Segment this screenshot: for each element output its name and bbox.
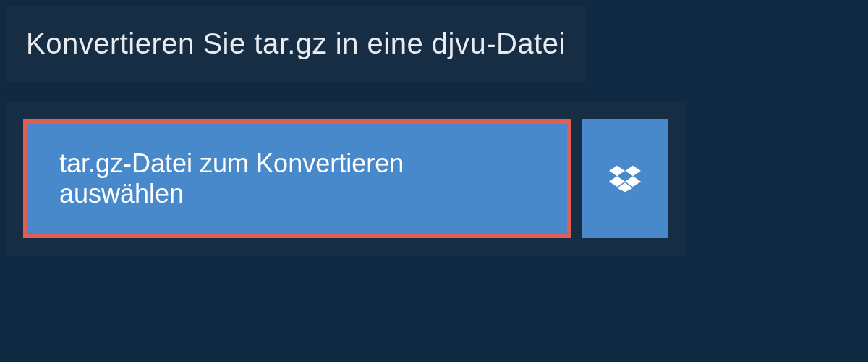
upload-container: tar.gz-Datei zum Konvertieren auswählen bbox=[6, 102, 686, 256]
select-file-button-label: tar.gz-Datei zum Konvertieren auswählen bbox=[59, 148, 535, 209]
dropbox-button[interactable] bbox=[582, 119, 668, 238]
dropbox-icon bbox=[609, 164, 641, 193]
header-bar: Konvertieren Sie tar.gz in eine djvu-Dat… bbox=[6, 6, 586, 82]
page-title: Konvertieren Sie tar.gz in eine djvu-Dat… bbox=[26, 28, 566, 60]
select-file-button[interactable]: tar.gz-Datei zum Konvertieren auswählen bbox=[23, 119, 571, 238]
